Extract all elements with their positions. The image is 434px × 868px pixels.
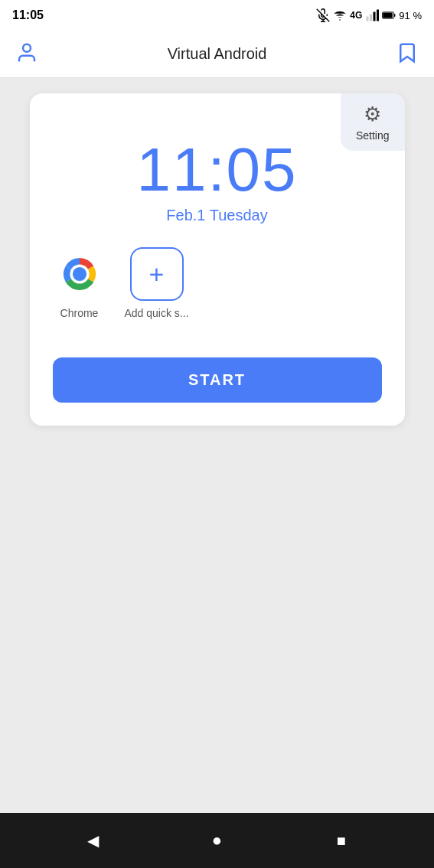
battery-icon <box>382 8 396 22</box>
start-button[interactable]: START <box>53 357 382 403</box>
wifi-icon <box>333 8 347 22</box>
svg-rect-9 <box>394 14 396 17</box>
signal-icon <box>365 8 379 22</box>
user-icon[interactable] <box>15 41 38 67</box>
add-shortcut-button[interactable]: + <box>130 247 184 301</box>
status-time: 11:05 <box>12 8 44 22</box>
mute-icon <box>316 8 330 22</box>
chrome-icon <box>53 247 106 301</box>
page-title: Virtual Android <box>168 45 267 63</box>
svg-rect-6 <box>374 12 376 21</box>
recent-button[interactable]: ■ <box>326 825 357 856</box>
svg-rect-5 <box>370 15 372 21</box>
svg-rect-10 <box>383 12 393 18</box>
start-button-wrapper: START <box>30 334 405 403</box>
clock-date: Feb.1 Tuesday <box>53 207 382 224</box>
svg-rect-4 <box>367 17 369 21</box>
svg-point-3 <box>340 19 341 21</box>
add-shortcut-item[interactable]: + Add quick s... <box>125 247 189 319</box>
top-nav: Virtual Android <box>0 31 434 78</box>
recent-icon: ■ <box>337 832 346 850</box>
back-icon: ◀ <box>87 831 99 850</box>
gear-icon: ⚙ <box>364 103 381 126</box>
svg-rect-7 <box>377 10 379 21</box>
back-button[interactable]: ◀ <box>77 825 108 856</box>
bottom-nav: ◀ ● ■ <box>0 813 434 868</box>
main-card: ⚙ Setting 11:05 Feb.1 Tuesday <box>30 93 405 426</box>
svg-point-11 <box>23 44 31 51</box>
clock-time: 11:05 <box>53 139 382 201</box>
status-bar: 11:05 4G 91 <box>0 0 434 31</box>
home-icon: ● <box>212 830 222 850</box>
chrome-label: Chrome <box>60 307 99 319</box>
svg-point-14 <box>72 267 86 281</box>
chrome-shortcut[interactable]: Chrome <box>53 247 106 319</box>
main-content: ⚙ Setting 11:05 Feb.1 Tuesday <box>0 78 434 813</box>
shortcuts-row: Chrome + Add quick s... <box>30 240 405 334</box>
home-button[interactable]: ● <box>201 825 232 856</box>
status-icons: 4G 91 % <box>316 8 422 22</box>
battery-level: 91 % <box>399 10 422 21</box>
setting-label: Setting <box>356 129 390 142</box>
bookmark-icon[interactable] <box>396 41 419 67</box>
plus-icon: + <box>149 261 165 287</box>
signal-type: 4G <box>350 10 362 21</box>
setting-button[interactable]: ⚙ Setting <box>341 93 405 151</box>
add-shortcut-label: Add quick s... <box>125 307 189 319</box>
